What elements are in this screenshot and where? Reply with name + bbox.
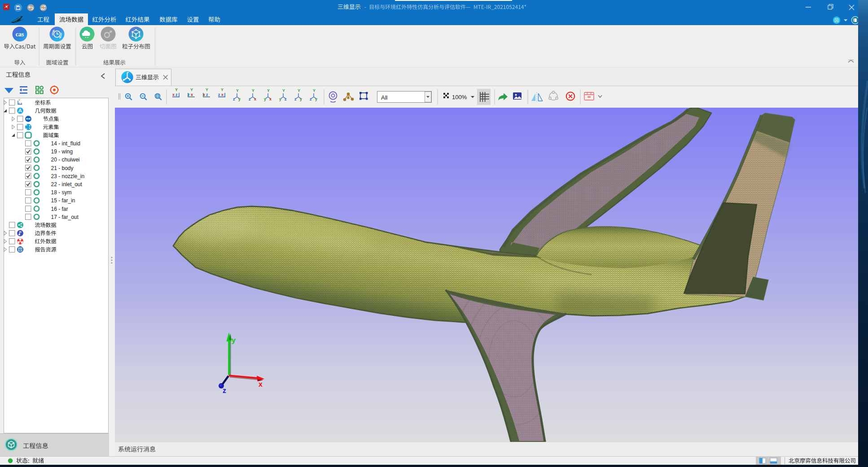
svg-text:z: z [223,387,226,394]
svg-text:x: x [259,380,263,388]
svg-text:y: y [232,336,236,344]
